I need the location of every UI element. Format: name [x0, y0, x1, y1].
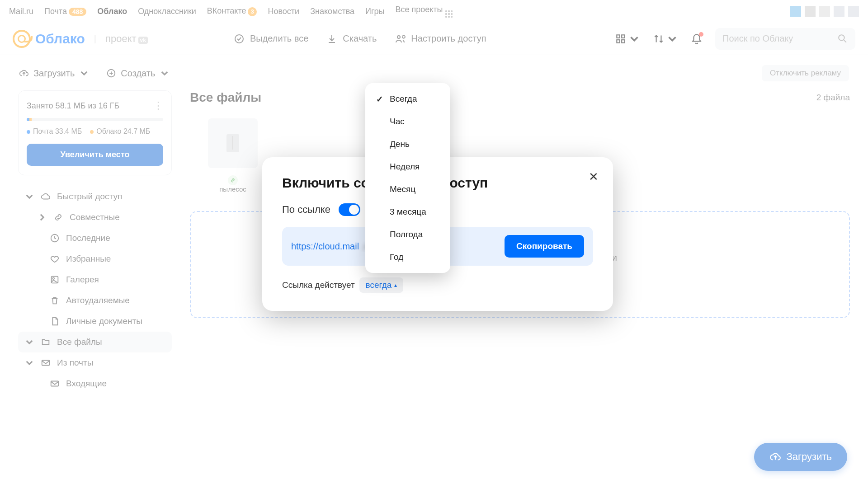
dropdown-option-month[interactable]: Месяц: [365, 178, 450, 201]
link-sharing-toggle[interactable]: [339, 203, 360, 216]
dropdown-option-always[interactable]: Всегда: [365, 88, 450, 110]
dropdown-option-week[interactable]: Неделя: [365, 155, 450, 178]
copy-link-button[interactable]: Скопировать: [505, 235, 584, 258]
link-duration-selector[interactable]: всегда: [359, 277, 404, 293]
dropdown-option-year[interactable]: Год: [365, 246, 450, 268]
duration-dropdown: Всегда Час День Неделя Месяц 3 месяца По…: [365, 83, 450, 273]
dropdown-option-hour[interactable]: Час: [365, 110, 450, 133]
dropdown-option-halfyear[interactable]: Полгода: [365, 223, 450, 246]
modal-close-button[interactable]: ✕: [589, 170, 599, 184]
by-link-label: По ссылке: [282, 204, 330, 216]
dropdown-option-3months[interactable]: 3 месяца: [365, 201, 450, 223]
link-valid-label: Ссылка действует: [282, 280, 355, 290]
dropdown-option-day[interactable]: День: [365, 133, 450, 155]
